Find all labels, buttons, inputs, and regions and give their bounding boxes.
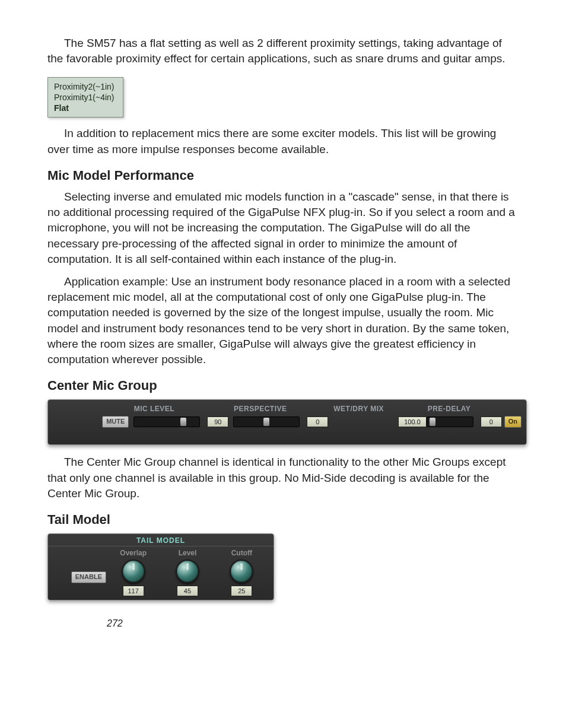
- proximity-option-2in[interactable]: Proximity2(~1in): [54, 81, 115, 92]
- pre-delay-readout: 0: [481, 417, 502, 427]
- center-mic-group-panel: MIC LEVEL PERSPECTIVE WET/DRY MIX PRE-DE…: [47, 399, 527, 445]
- pre-delay-slider[interactable]: [427, 417, 473, 427]
- paragraph-cascade: Selecting inverse and emulated mic model…: [47, 189, 519, 267]
- mic-level-readout: 90: [207, 417, 228, 427]
- pre-delay-on-button[interactable]: On: [504, 416, 522, 428]
- proximity-option-flat[interactable]: Flat: [54, 103, 115, 113]
- tail-overlap-label: Overlap: [120, 549, 147, 557]
- perspective-slider[interactable]: [233, 417, 300, 427]
- tail-level-readout: 45: [177, 586, 198, 596]
- tail-cutoff-knob[interactable]: [230, 559, 253, 583]
- perspective-readout: 0: [307, 417, 328, 427]
- header-pre-delay: PRE-DELAY: [428, 405, 522, 413]
- heading-center-mic-group: Center Mic Group: [47, 378, 519, 393]
- mic-level-slider[interactable]: [133, 417, 200, 427]
- page-number: 272: [47, 618, 519, 629]
- header-mic-level: MIC LEVEL: [134, 405, 234, 413]
- header-wet-dry-mix: WET/DRY MIX: [333, 405, 427, 413]
- tail-cutoff-label: Cutoff: [231, 549, 252, 557]
- tail-model-title: TAIL MODEL: [48, 534, 274, 546]
- heading-tail-model: Tail Model: [47, 512, 519, 527]
- tail-level-knob[interactable]: [176, 559, 199, 583]
- tail-enable-button[interactable]: ENABLE: [71, 571, 106, 583]
- header-perspective: PERSPECTIVE: [234, 405, 333, 413]
- proximity-option-4in[interactable]: Proximity1(~4in): [54, 92, 115, 103]
- paragraph-center-mic-desc: The Center Mic Group channel is identica…: [47, 454, 519, 501]
- paragraph-sm57: The SM57 has a flat setting as well as 2…: [47, 36, 519, 66]
- tail-cutoff-readout: 25: [231, 586, 252, 596]
- tail-overlap-knob[interactable]: [122, 559, 145, 583]
- proximity-listbox[interactable]: Proximity2(~1in) Proximity1(~4in) Flat: [47, 77, 123, 117]
- tail-model-panel: TAIL MODEL ENABLE Overlap 117 Level 45 C…: [47, 533, 274, 600]
- tail-overlap-readout: 117: [123, 586, 144, 596]
- tail-level-label: Level: [179, 549, 197, 557]
- paragraph-exciter: In addition to replacement mics there ar…: [47, 126, 519, 157]
- paragraph-application-example: Application example: Use an instrument b…: [47, 274, 519, 367]
- mute-button[interactable]: MUTE: [102, 416, 129, 428]
- wet-dry-readout: 100.0: [398, 417, 427, 427]
- heading-mic-model-performance: Mic Model Performance: [47, 168, 519, 183]
